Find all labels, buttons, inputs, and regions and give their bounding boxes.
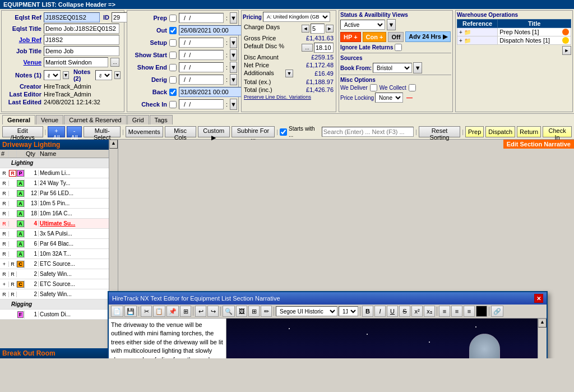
subscript-btn[interactable]: x₂: [424, 306, 435, 317]
charge-days-minus[interactable]: ◄: [302, 25, 309, 33]
multi-select-button[interactable]: Multi-Select: [84, 126, 120, 137]
back-date[interactable]: [179, 87, 243, 97]
tab-general[interactable]: General: [2, 115, 35, 124]
we-collect-checkbox[interactable]: [409, 84, 416, 91]
prep-time-btn[interactable]: ▼: [230, 12, 237, 24]
movements-button[interactable]: Movements: [126, 126, 163, 137]
editor-scrollbar[interactable]: ▲ ▼: [538, 319, 547, 358]
superscript-btn[interactable]: x²: [411, 306, 423, 317]
status-dropdown-btn[interactable]: ▼: [387, 19, 396, 30]
check-in-toolbar-button[interactable]: Check In: [543, 126, 572, 137]
derig-date[interactable]: [179, 75, 224, 85]
font-size-select[interactable]: 11: [339, 306, 358, 316]
venue-input[interactable]: [44, 57, 108, 67]
additionals-arrow[interactable]: ▼: [285, 70, 293, 77]
editor-scroll-up[interactable]: ▲: [538, 319, 547, 328]
job-ref-input[interactable]: [44, 35, 119, 45]
edit-hotkeys-button[interactable]: Edit /Hotkeys: [2, 126, 43, 137]
search-input[interactable]: [322, 127, 414, 137]
custom-button[interactable]: Custom ▶: [198, 126, 230, 137]
disc-btn[interactable]: ...: [302, 44, 313, 52]
bold-btn[interactable]: B: [362, 306, 373, 317]
dispatch-button[interactable]: Dispatch: [485, 126, 515, 137]
show-end-date[interactable]: [179, 62, 224, 72]
cut-btn[interactable]: ✂: [141, 306, 152, 317]
notes2-select[interactable]: a): [95, 70, 112, 80]
show-end-time-btn[interactable]: ▼: [230, 62, 237, 73]
prep-date[interactable]: [179, 13, 224, 23]
reset-sorting-button[interactable]: Reset Sorting: [419, 126, 460, 137]
eqlist-ref-input[interactable]: [44, 12, 100, 22]
job-title-input[interactable]: [44, 46, 119, 56]
venue-browse-button[interactable]: ...: [110, 58, 119, 67]
show-start-time-btn[interactable]: ▼: [230, 49, 237, 61]
align-right-btn[interactable]: ≡: [464, 306, 475, 317]
paste-btn[interactable]: 📌: [166, 306, 179, 317]
image-btn[interactable]: 🖼: [236, 306, 247, 317]
pencil-btn[interactable]: ✏: [261, 306, 272, 317]
all-minus-button[interactable]: - All: [67, 126, 82, 137]
subhire-button[interactable]: Subhire For ...: [232, 126, 275, 137]
setup-date[interactable]: [179, 38, 224, 48]
status-select[interactable]: Active: [340, 20, 385, 30]
edit-section-narrative-button[interactable]: Edit Section Narrative: [503, 140, 574, 149]
id-input[interactable]: [112, 12, 128, 22]
new-btn[interactable]: 📄: [111, 306, 123, 317]
tab-grid[interactable]: Grid: [127, 115, 149, 124]
show-start-checkbox[interactable]: [169, 52, 177, 59]
preserve-link[interactable]: Preserve Line Disc. Variations: [243, 94, 335, 100]
we-deliver-checkbox[interactable]: [370, 84, 377, 91]
hp-button[interactable]: HP +: [340, 32, 361, 42]
editor-text-area[interactable]: The driveway to the venue will be outlin…: [109, 319, 226, 358]
charge-days-plus[interactable]: ►: [326, 25, 334, 33]
font-family-select[interactable]: Segoe UI Historic: [276, 306, 337, 316]
starts-with-checkbox[interactable]: [280, 128, 287, 136]
dispatch-expand-btn[interactable]: +: [459, 38, 462, 44]
color-btn[interactable]: [476, 306, 487, 317]
copy-btn[interactable]: 📋: [153, 306, 165, 317]
show-end-checkbox[interactable]: [169, 64, 177, 71]
book-from-select[interactable]: Bristol: [373, 63, 412, 73]
scroll-up-btn[interactable]: ▲: [109, 140, 118, 149]
align-center-btn[interactable]: ≡: [451, 306, 462, 317]
check-in-checkbox[interactable]: [169, 101, 177, 108]
notes1-arrow[interactable]: ▼: [63, 71, 69, 79]
misc-cols-button[interactable]: Misc Cols: [165, 126, 196, 137]
warehouse-scroll-right[interactable]: ►: [562, 46, 571, 55]
prep-checkbox[interactable]: [169, 15, 177, 22]
search-btn[interactable]: 🔍: [223, 306, 235, 317]
ignore-late-checkbox[interactable]: [395, 44, 402, 51]
tab-carnet[interactable]: Carnet & Reserved: [64, 115, 127, 124]
italic-btn[interactable]: I: [374, 306, 386, 317]
setup-checkbox[interactable]: [169, 39, 177, 47]
link-btn[interactable]: 🔗: [491, 306, 503, 317]
charge-days-input[interactable]: [311, 24, 325, 34]
show-start-date[interactable]: [179, 50, 224, 60]
off-button[interactable]: Off: [388, 32, 404, 42]
setup-time-btn[interactable]: ▼: [230, 37, 237, 48]
redo-btn[interactable]: ↪: [207, 306, 219, 317]
tab-tags[interactable]: Tags: [150, 115, 173, 124]
disc-input[interactable]: [314, 43, 334, 53]
return-button[interactable]: Return: [517, 126, 541, 137]
price-locking-select[interactable]: None: [375, 93, 403, 103]
back-checkbox[interactable]: [169, 89, 177, 96]
prep-expand-btn[interactable]: +: [459, 29, 462, 35]
con-button[interactable]: Con +: [363, 32, 387, 42]
derig-time-btn[interactable]: ▼: [230, 74, 237, 85]
strikethrough-btn[interactable]: S: [399, 306, 410, 317]
adv-button[interactable]: Adv 24 Hrs ▶: [405, 31, 451, 42]
out-checkbox[interactable]: [169, 27, 177, 34]
out-date[interactable]: [179, 25, 243, 35]
book-from-btn[interactable]: ▼: [413, 62, 422, 73]
format-btn[interactable]: ⊞: [180, 306, 191, 317]
notes2-arrow[interactable]: ▼: [114, 71, 121, 79]
notes1-select[interactable]: a): [44, 70, 61, 80]
check-in-time-btn[interactable]: ▼: [230, 99, 237, 110]
save-editor-btn[interactable]: 💾: [124, 306, 137, 317]
prep-button[interactable]: Prep: [465, 126, 484, 137]
table-btn[interactable]: ⊞: [248, 306, 260, 317]
tab-venue[interactable]: Venue: [36, 115, 63, 124]
undo-btn[interactable]: ↩: [195, 306, 206, 317]
derig-checkbox[interactable]: [169, 76, 177, 84]
